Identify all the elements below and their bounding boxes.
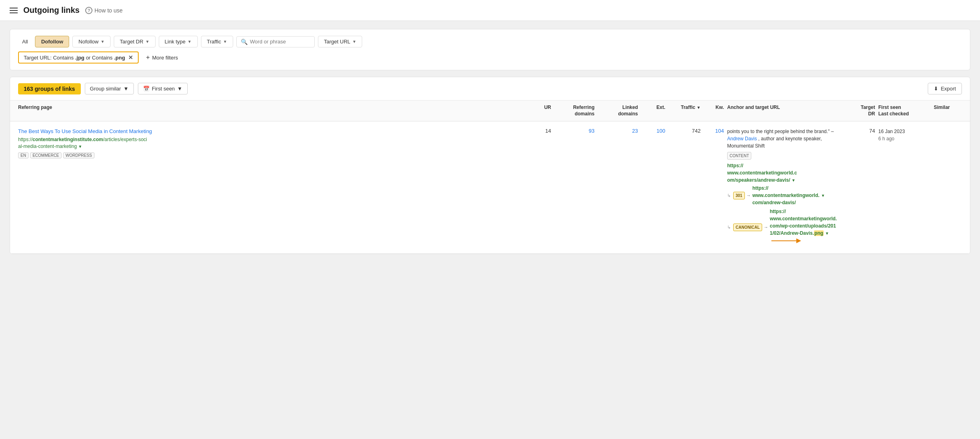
first-seen-date: 16 Jan 2023 [878, 128, 931, 135]
target-url-block: https://www.contentmarketingworld.com/sp… [727, 162, 840, 184]
more-filters-button[interactable]: + More filters [142, 52, 182, 63]
canonical-indent: ↳ [727, 224, 731, 231]
annotation-arrow [771, 237, 804, 245]
help-circle-icon: ? [85, 7, 92, 14]
anchor-text-block: points you to the right people behind th… [727, 128, 840, 150]
results-section: 163 groups of links Group similar ▼ 📅 Fi… [10, 77, 970, 254]
filters-section: All Dofollow Nofollow ▼ Target DR ▼ [10, 29, 970, 70]
content-tag: CONTENT [727, 152, 751, 160]
date-cell: 16 Jan 2023 6 h ago [878, 128, 931, 142]
link-type-chevron-icon: ▼ [188, 39, 192, 44]
export-icon: ⬇ [934, 86, 938, 92]
how-to-use-label: How to use [94, 7, 123, 14]
active-filter-tag: Target URL: Contains .jpg or Contains .p… [18, 51, 139, 64]
col-similar: Similar [934, 105, 962, 117]
anchor-link[interactable]: Andrew Davis [727, 136, 757, 142]
canonical-row: ↳ CANONICAL → https://www.contentmarketi… [727, 208, 840, 247]
page-wrapper: Outgoing links ? How to use All Dofollow… [0, 0, 980, 439]
filter-row-primary: All Dofollow Nofollow ▼ Target DR ▼ [18, 36, 962, 47]
col-ext: Ext. [641, 105, 665, 117]
kw-cell[interactable]: 104 [704, 128, 724, 134]
linked-domains-cell[interactable]: 23 [598, 128, 638, 134]
content-area: All Dofollow Nofollow ▼ Target DR ▼ [0, 21, 980, 262]
tag-wordpress: WORDPRESS [63, 152, 94, 158]
redirect-url: https://www.contentmarketingworld.com/an… [752, 185, 820, 206]
filter-all-button[interactable]: All [18, 36, 32, 47]
table-row: The Best Ways To Use Social Media in Con… [10, 121, 970, 254]
anchor-target-cell: points you to the right people behind th… [727, 128, 840, 247]
first-seen-chevron-icon: ▼ [177, 86, 182, 92]
col-first-seen: First seenLast checked [878, 105, 931, 117]
tag-en: EN [18, 152, 29, 158]
ur-cell: 14 [527, 128, 551, 134]
filter-nofollow-button[interactable]: Nofollow ▼ [72, 36, 111, 47]
calendar-icon: 📅 [143, 86, 150, 92]
target-url-text: https://www.contentmarketingworld.com/sp… [727, 163, 797, 183]
ext-cell: 100 [641, 128, 665, 134]
referring-page-title-link[interactable]: The Best Ways To Use Social Media in Con… [18, 128, 152, 134]
col-referring-page: Referring page [18, 105, 524, 117]
target-dr-cell: 74 [843, 128, 875, 134]
redirect-indent: ↳ [727, 192, 731, 199]
groups-count-badge: 163 groups of links [18, 83, 81, 94]
redirect-url-dropdown-icon[interactable]: ▼ [821, 193, 825, 199]
traffic-cell: 742 [668, 128, 701, 134]
url-dropdown-arrow[interactable]: ▼ [78, 144, 82, 149]
search-input[interactable] [250, 39, 310, 45]
url-domain: https://contentmarketinginstitute.com [18, 137, 103, 142]
canonical-badge: CANONICAL [733, 224, 762, 231]
col-referring-domains: Referringdomains [554, 105, 595, 117]
group-similar-chevron-icon: ▼ [123, 86, 129, 92]
tags-row: EN ECOMMERCE WORDPRESS [18, 152, 524, 158]
results-toolbar: 163 groups of links Group similar ▼ 📅 Fi… [10, 77, 970, 101]
target-url-dropdown-icon[interactable]: ▼ [791, 178, 795, 183]
traffic-chevron-icon: ▼ [223, 39, 227, 44]
filter-target-url-button[interactable]: Target URL ▼ [318, 36, 363, 47]
export-button[interactable]: ⬇ Export [928, 83, 962, 94]
last-checked-ago: 6 h ago [878, 135, 931, 142]
page-title: Outgoing links [23, 6, 80, 15]
search-icon: 🔍 [241, 39, 248, 45]
active-filter-text: Target URL: Contains .jpg or Contains .p… [24, 55, 125, 61]
nofollow-chevron-icon: ▼ [100, 39, 105, 44]
filter-target-dr-button[interactable]: Target DR ▼ [114, 36, 155, 47]
search-box[interactable]: 🔍 [236, 36, 315, 47]
canonical-url-dropdown-icon[interactable]: ▼ [825, 231, 829, 236]
col-target-dr: TargetDR [843, 105, 875, 117]
filter-dofollow-button[interactable]: Dofollow [35, 36, 69, 47]
target-url-chevron-icon: ▼ [353, 39, 357, 44]
close-filter-icon[interactable]: ✕ [128, 54, 133, 61]
group-similar-button[interactable]: Group similar ▼ [85, 83, 134, 94]
canonical-arrow: → [764, 224, 768, 231]
filter-link-type-button[interactable]: Link type ▼ [159, 36, 198, 47]
redirect-arrow: → [746, 192, 751, 199]
table-header: Referring page UR Referringdomains Linke… [10, 101, 970, 121]
hamburger-menu-icon[interactable] [10, 8, 18, 13]
canonical-url-block: https://www.contentmarketingworld.com/wp… [770, 208, 840, 247]
col-traffic[interactable]: Traffic ▼ [668, 105, 701, 117]
annotation-arrow-svg [771, 237, 804, 245]
redirect-301-badge: 301 [733, 192, 745, 199]
png-highlight: png [814, 230, 824, 236]
target-dr-chevron-icon: ▼ [146, 39, 150, 44]
header: Outgoing links ? How to use [0, 0, 980, 21]
col-ur: UR [527, 105, 551, 117]
how-to-use-button[interactable]: ? How to use [85, 7, 123, 14]
anchor-text: points you to the right people behind th… [727, 129, 834, 134]
referring-page-url: https://contentmarketinginstitute.com/ar… [18, 136, 524, 150]
filter-row-active: Target URL: Contains .jpg or Contains .p… [18, 51, 962, 64]
redirect-301-row: ↳ 301 → https://www.contentmarketingworl… [727, 185, 840, 206]
traffic-sort-icon: ▼ [697, 105, 701, 110]
first-seen-button[interactable]: 📅 First seen ▼ [138, 83, 188, 94]
plus-icon: + [146, 54, 150, 61]
col-anchor-target: Anchor and target URL [727, 105, 840, 117]
referring-domains-cell[interactable]: 93 [554, 128, 595, 134]
tag-ecommerce: ECOMMERCE [30, 152, 62, 158]
referring-page-cell: The Best Ways To Use Social Media in Con… [18, 128, 524, 158]
filter-traffic-button[interactable]: Traffic ▼ [201, 36, 233, 47]
col-linked-domains: Linkeddomains [598, 105, 638, 117]
col-kw: Kw. [704, 105, 724, 117]
